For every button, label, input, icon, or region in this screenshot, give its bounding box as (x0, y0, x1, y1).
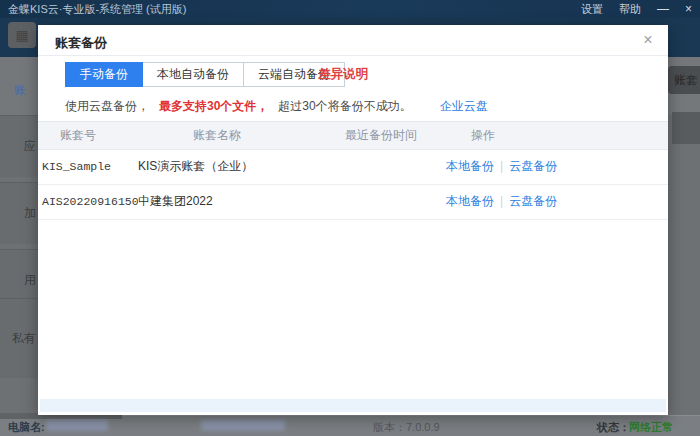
dialog-title: 账套备份 (55, 34, 107, 52)
dialog-header: 账套备份 × (38, 25, 668, 56)
action-separator: | (500, 159, 503, 173)
header-last-backup-time: 最近备份时间 (343, 122, 446, 149)
action-separator: | (500, 194, 503, 208)
tab-manual-backup[interactable]: 手动备份 (65, 62, 143, 87)
help-menu[interactable]: 帮助 (619, 2, 641, 17)
notice-text: 使用云盘备份， (65, 99, 149, 113)
version-label: 版本：7.0.0.9 (373, 420, 440, 435)
minimize-icon[interactable]: — (657, 2, 669, 16)
cell-accountset-name: KIS演示账套（企业） (138, 149, 343, 184)
background-right-block (672, 112, 700, 144)
cell-actions: 本地备份|云盘备份 (446, 149, 668, 184)
settings-menu[interactable]: 设置 (581, 2, 603, 17)
tab-local-auto-backup[interactable]: 本地自动备份 (143, 62, 244, 87)
cell-actions: 本地备份|云盘备份 (446, 184, 668, 219)
table-header-row: 账套号 账套名称 最近备份时间 操作 (38, 122, 668, 149)
background-account-link-partial: 账 (14, 82, 26, 99)
window-close-icon[interactable]: × (685, 2, 692, 16)
enterprise-cloud-link[interactable]: 企业云盘 (440, 99, 488, 113)
status-label: 状态： (597, 420, 630, 435)
computer-name-label: 电脑名: (8, 420, 45, 435)
notice-warning-text: 最多支持30个文件， (159, 99, 268, 113)
background-sidebar-item: 加 (0, 182, 38, 244)
dialog-close-icon[interactable]: × (638, 30, 658, 50)
redacted-computer-name (46, 420, 108, 431)
background-sidebar-item: 私有 (0, 298, 38, 378)
notice-text: 超过30个将备份不成功。 (278, 99, 411, 113)
redacted-info (201, 420, 285, 431)
window-title: 金蝶KIS云·专业版-系统管理 (试用版) (8, 2, 186, 17)
cloud-backup-link[interactable]: 云盘备份 (509, 194, 557, 208)
header-accountset-name: 账套名称 (138, 122, 343, 149)
cell-last-backup-time (343, 149, 446, 184)
local-backup-link[interactable]: 本地备份 (446, 194, 494, 208)
backup-tabs: 手动备份 本地自动备份 云端自动备份 差异说明 (38, 62, 668, 87)
background-sidebar-item: 应 (0, 115, 38, 177)
dialog-footer-strip (40, 399, 666, 412)
local-backup-link[interactable]: 本地备份 (446, 159, 494, 173)
window-titlebar: 金蝶KIS云·专业版-系统管理 (试用版) 设置 帮助 — × (0, 0, 700, 18)
app-tab-building-icon[interactable]: ▦ (8, 22, 36, 48)
app-window: 金蝶KIS云·专业版-系统管理 (试用版) 设置 帮助 — × ▦ 账 应 加 … (0, 0, 700, 436)
cell-accountset-id: KIS_Sample (38, 149, 138, 184)
backup-dialog: 账套备份 × 手动备份 本地自动备份 云端自动备份 差异说明 使用云盘备份，最多… (38, 25, 668, 415)
tab-group: 手动备份 本地自动备份 云端自动备份 (65, 62, 345, 87)
background-new-accountset-button-partial: 账套 (668, 66, 700, 94)
difference-description-link[interactable]: 差异说明 (318, 66, 368, 83)
cloud-backup-notice: 使用云盘备份，最多支持30个文件，超过30个将备份不成功。企业云盘 (65, 98, 488, 115)
header-accountset-id: 账套号 (38, 122, 138, 149)
cell-last-backup-time (343, 184, 446, 219)
accountset-table: 账套号 账套名称 最近备份时间 操作 KIS_Sample KIS演示账套（企业… (38, 122, 668, 220)
table-row: KIS_Sample KIS演示账套（企业） 本地备份|云盘备份 (38, 149, 668, 184)
cell-accountset-id: AIS20220916150155 (38, 184, 138, 219)
table-row: AIS20220916150155 中建集团2022 本地备份|云盘备份 (38, 184, 668, 219)
network-status-value: 网络正常 (629, 420, 673, 435)
cloud-backup-link[interactable]: 云盘备份 (509, 159, 557, 173)
header-actions: 操作 (446, 122, 668, 149)
cell-accountset-name: 中建集团2022 (138, 184, 343, 219)
status-bar: 电脑名: 版本：7.0.0.9 状态： 网络正常 (0, 415, 700, 436)
